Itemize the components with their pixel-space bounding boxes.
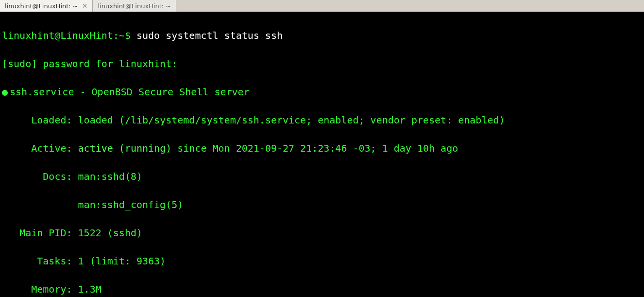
- tab-inactive[interactable]: linuxhint@LinuxHint: ~: [93, 0, 176, 12]
- tab-title: linuxhint@LinuxHint: ~: [5, 2, 78, 10]
- active-state: active (running): [78, 142, 172, 154]
- sudo-prompt: [sudo] password for linuxhint:: [2, 57, 642, 71]
- mainpid-line: Main PID: 1522 (sshd): [2, 226, 642, 240]
- prompt-symbol: $: [125, 30, 131, 41]
- status-dot-icon: [2, 90, 8, 96]
- prompt-userhost: linuxhint@LinuxHint: [2, 30, 113, 41]
- prompt-path: ~: [119, 30, 125, 41]
- command-line: linuxhint@LinuxHint:~$ sudo systemctl st…: [2, 29, 642, 43]
- service-header: ssh.service - OpenBSD Secure Shell serve…: [2, 85, 642, 99]
- docs-line-2: man:sshd_config(5): [2, 198, 642, 212]
- docs-line-1: Docs: man:sshd(8): [2, 170, 642, 184]
- tab-active[interactable]: linuxhint@LinuxHint: ~ ✕: [0, 0, 93, 12]
- tab-bar: linuxhint@LinuxHint: ~ ✕ linuxhint@Linux…: [0, 0, 644, 12]
- tasks-line: Tasks: 1 (limit: 9363): [2, 254, 642, 268]
- command-text: sudo systemctl status ssh: [136, 30, 283, 41]
- close-icon[interactable]: ✕: [82, 2, 88, 9]
- memory-line: Memory: 1.3M: [2, 282, 642, 297]
- loaded-line: Loaded: loaded (/lib/systemd/system/ssh.…: [2, 113, 642, 127]
- terminal-output[interactable]: linuxhint@LinuxHint:~$ sudo systemctl st…: [0, 12, 644, 297]
- active-line: Active: active (running) since Mon 2021-…: [2, 141, 642, 156]
- tab-title: linuxhint@LinuxHint: ~: [98, 2, 171, 10]
